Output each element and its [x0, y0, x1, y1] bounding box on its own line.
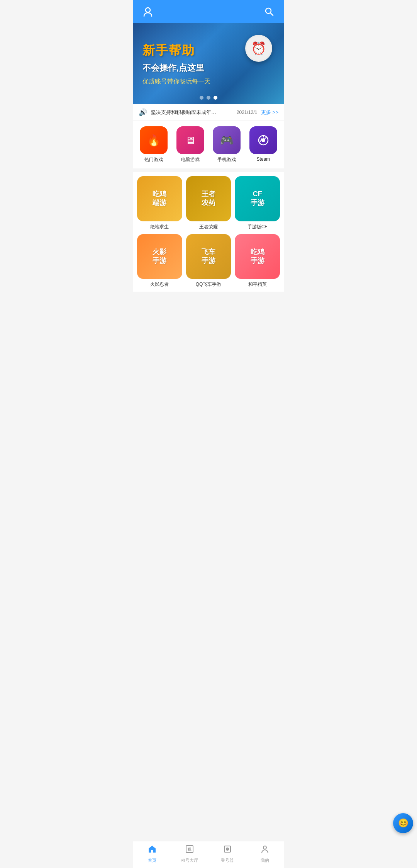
category-steam[interactable]: Steam [247, 126, 280, 163]
game-grid: 吃鸡端游 绝地求生 王者农药 王者荣耀 CF手游 手游版CF 火影手游 火影忍者… [133, 172, 284, 292]
category-mobile[interactable]: 🎮 手机游戏 [210, 126, 244, 163]
wzry-name: 王者荣耀 [199, 224, 218, 230]
game-cf[interactable]: CF手游 手游版CF [235, 176, 280, 230]
pc-label: 电脑游戏 [181, 156, 200, 163]
app-header [133, 0, 284, 23]
category-pc[interactable]: 🖥 电脑游戏 [174, 126, 207, 163]
steam-label: Steam [256, 156, 270, 162]
game-pubg[interactable]: 吃鸡端游 绝地求生 [137, 176, 182, 230]
peacekeeper-name: 和平精英 [248, 281, 267, 288]
hot-label: 热门游戏 [144, 156, 163, 163]
banner[interactable]: 新手帮助 不会操作,点这里 优质账号带你畅玩每一天 ⏰ [133, 23, 284, 104]
notice-date: 2021/12/1 [237, 110, 257, 115]
pc-icon: 🖥 [176, 126, 204, 154]
svg-point-0 [146, 8, 150, 12]
hot-icon: 🔥 [140, 126, 168, 154]
cf-thumbnail: CF手游 [235, 176, 280, 221]
pubg-thumbnail: 吃鸡端游 [137, 176, 182, 221]
category-hot[interactable]: 🔥 热门游戏 [137, 126, 171, 163]
qqdrift-name: QQ飞车手游 [196, 281, 222, 288]
notice-more-button[interactable]: 更多 >> [261, 109, 278, 116]
search-icon[interactable] [262, 5, 276, 19]
pubg-name: 绝地求生 [150, 224, 169, 230]
naruto-thumbnail: 火影手游 [137, 234, 182, 279]
steam-icon [249, 126, 277, 154]
mobile-label: 手机游戏 [217, 156, 236, 163]
banner-desc: 优质账号带你畅玩每一天 [142, 78, 210, 86]
game-qqdrift[interactable]: 飞车手游 QQ飞车手游 [186, 234, 231, 288]
svg-line-2 [271, 13, 273, 16]
cf-name: 手游版CF [247, 224, 268, 230]
qqdrift-thumbnail: 飞车手游 [186, 234, 231, 279]
banner-clock-icon: ⏰ [245, 35, 272, 62]
game-naruto[interactable]: 火影手游 火影忍者 [137, 234, 182, 288]
speaker-icon: 🔊 [139, 108, 147, 117]
banner-title: 新手帮助 [142, 42, 195, 59]
dot-2[interactable] [207, 96, 210, 100]
game-wzry[interactable]: 王者农药 王者荣耀 [186, 176, 231, 230]
game-peacekeeper[interactable]: 吃鸡手游 和平精英 [235, 234, 280, 288]
mobile-icon: 🎮 [213, 126, 241, 154]
wzry-thumbnail: 王者农药 [186, 176, 231, 221]
dot-1[interactable] [200, 96, 203, 100]
banner-subtitle: 不会操作,点这里 [142, 62, 204, 74]
notice-text: 坚决支持和积极响应未成年… [151, 109, 233, 116]
peacekeeper-thumbnail: 吃鸡手游 [235, 234, 280, 279]
naruto-name: 火影忍者 [150, 281, 169, 288]
category-bar: 🔥 热门游戏 🖥 电脑游戏 🎮 手机游戏 Steam [133, 121, 284, 168]
notice-bar: 🔊 坚决支持和积极响应未成年… 2021/12/1 更多 >> [133, 104, 284, 121]
profile-icon[interactable] [141, 5, 155, 19]
dot-3[interactable] [214, 96, 217, 100]
banner-dots [200, 96, 217, 100]
